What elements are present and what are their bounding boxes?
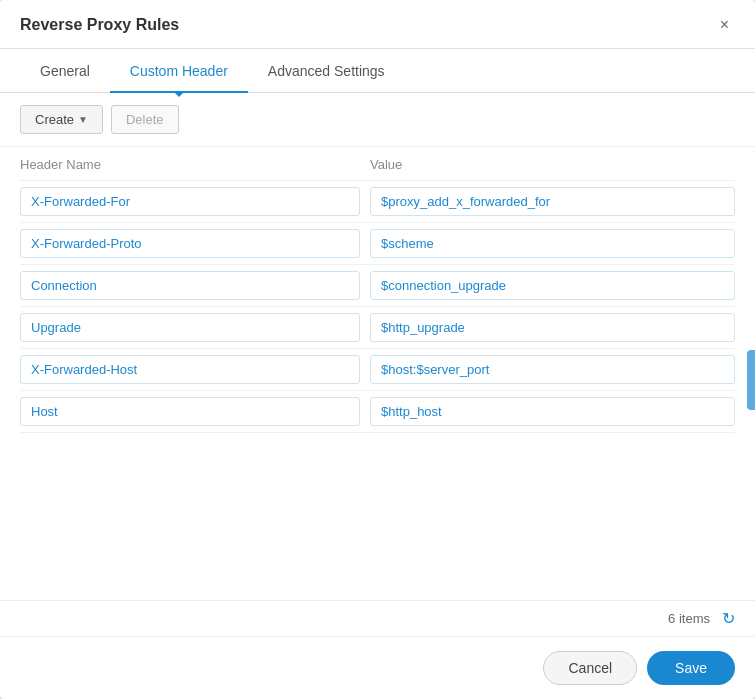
input-name-4[interactable] [20,355,360,384]
toolbar: Create ▼ Delete [0,93,755,147]
input-value-4[interactable] [370,355,735,384]
table-row [20,391,735,433]
dialog-header: Reverse Proxy Rules × [0,0,755,49]
cell-value-1 [370,229,735,258]
scrollbar-hint [747,350,755,410]
table-container: Header Name Value [0,147,755,600]
tab-advanced-settings[interactable]: Advanced Settings [248,49,405,93]
tab-custom-header[interactable]: Custom Header [110,49,248,93]
cell-value-2 [370,271,735,300]
cell-value-4 [370,355,735,384]
table-row [20,181,735,223]
table-row [20,307,735,349]
tab-active-arrow [173,91,185,97]
table-header: Header Name Value [20,147,735,181]
input-name-5[interactable] [20,397,360,426]
tabs-bar: General Custom Header Advanced Settings [0,49,755,93]
save-button[interactable]: Save [647,651,735,685]
table-row [20,265,735,307]
input-value-0[interactable] [370,187,735,216]
table-row [20,223,735,265]
dialog-footer: Cancel Save [0,636,755,699]
input-name-1[interactable] [20,229,360,258]
close-button[interactable]: × [714,14,735,36]
reverse-proxy-dialog: Reverse Proxy Rules × General Custom Hea… [0,0,755,699]
col-header-name: Header Name [20,157,370,172]
footer-status: 6 items ↻ [0,600,755,636]
cell-name-0 [20,187,360,216]
input-value-5[interactable] [370,397,735,426]
input-name-0[interactable] [20,187,360,216]
input-value-2[interactable] [370,271,735,300]
input-value-3[interactable] [370,313,735,342]
create-dropdown-arrow: ▼ [78,114,88,125]
cell-name-4 [20,355,360,384]
cancel-button[interactable]: Cancel [543,651,637,685]
table-row [20,349,735,391]
delete-button[interactable]: Delete [111,105,179,134]
dialog-title: Reverse Proxy Rules [20,16,179,34]
input-name-2[interactable] [20,271,360,300]
tab-general[interactable]: General [20,49,110,93]
refresh-icon[interactable]: ↻ [722,609,735,628]
cell-name-1 [20,229,360,258]
cell-value-3 [370,313,735,342]
cell-name-2 [20,271,360,300]
cell-name-3 [20,313,360,342]
cell-name-5 [20,397,360,426]
cell-value-5 [370,397,735,426]
col-header-value: Value [370,157,735,172]
items-count: 6 items [668,611,710,626]
create-button[interactable]: Create ▼ [20,105,103,134]
table-body [20,181,735,433]
input-value-1[interactable] [370,229,735,258]
cell-value-0 [370,187,735,216]
input-name-3[interactable] [20,313,360,342]
